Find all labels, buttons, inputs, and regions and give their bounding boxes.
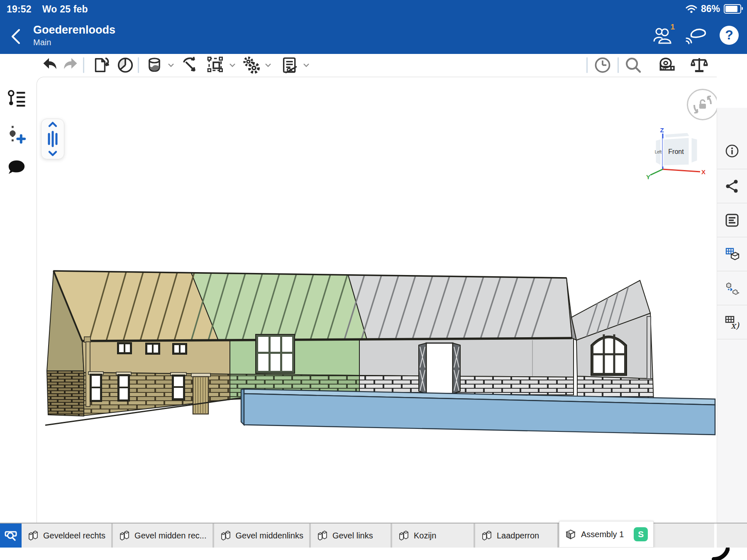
tab-label: Laadperron [497, 531, 539, 541]
content-area: Left Front Z Y X [0, 54, 747, 523]
tab-label: Kozijn [414, 531, 436, 541]
search-icon [624, 56, 642, 74]
part-studio-icon [317, 530, 328, 541]
tab-label: Gevel midden rec... [134, 531, 206, 541]
paint-bucket-icon [145, 56, 164, 74]
part-studio-icon [481, 530, 493, 541]
configurations-button[interactable] [717, 237, 747, 271]
instance-list-button[interactable] [7, 89, 27, 109]
insert-derived-button[interactable] [717, 271, 747, 305]
feature-panel-handle[interactable] [41, 119, 64, 159]
nav-bar: Goederenloods Main 1 [0, 18, 747, 54]
appearance-button[interactable] [145, 56, 164, 74]
configurations-icon [724, 246, 740, 263]
chevron-down-icon[interactable] [302, 61, 310, 69]
versions-button[interactable] [116, 56, 134, 74]
status-time-date: 19:52Wo 25 feb [7, 4, 88, 15]
nav-actions: 1 ? [652, 24, 740, 46]
toolbar-separator [83, 57, 84, 73]
measure-button[interactable] [657, 56, 675, 74]
svg-text:x): x) [731, 321, 740, 331]
right-sidebar: x) [717, 108, 747, 560]
chevron-down-icon[interactable] [264, 61, 272, 69]
comment-bubble-icon [7, 158, 27, 178]
history-button[interactable] [593, 56, 612, 74]
bom-edit-button[interactable] [281, 56, 299, 74]
tab-label: Gevel middenlinks [236, 531, 303, 541]
tab-bar-filler [654, 523, 714, 548]
insert-document-icon [92, 56, 110, 74]
home-area [0, 548, 747, 560]
tab-part-studio[interactable]: Geveldeel rechts [22, 523, 111, 548]
battery-fill [725, 6, 737, 12]
part-studio-icon [398, 530, 410, 541]
tab-part-studio[interactable]: Gevel midden rec... [113, 523, 212, 548]
back-button[interactable] [6, 26, 26, 47]
gears-icon [242, 56, 261, 74]
tab-assembly-active[interactable]: Assembly 1 S [559, 521, 654, 548]
share-button[interactable] [717, 169, 747, 203]
status-right: 86% [686, 3, 741, 15]
select-tools-button[interactable] [207, 56, 225, 74]
wall-gray [359, 338, 574, 377]
structure-list-button[interactable] [717, 203, 747, 237]
tab-part-studio[interactable]: Kozijn [392, 523, 474, 548]
left-rail [0, 54, 37, 523]
variables-icon: x) [724, 314, 740, 331]
tab-part-studio[interactable]: Laadperron [475, 523, 557, 548]
axis-x-label: X [701, 168, 706, 175]
viewport-3d[interactable]: Left Front Z Y X [37, 77, 717, 523]
date: Wo 25 feb [42, 4, 88, 15]
tab-label: Gevel links [332, 531, 373, 541]
info-button[interactable] [717, 133, 747, 169]
clock-icon [593, 56, 612, 74]
status-bar: 19:52Wo 25 feb 86% [0, 0, 747, 18]
create-version-button[interactable] [7, 124, 27, 144]
transform-button[interactable] [181, 56, 199, 74]
follow-mode-button[interactable] [685, 24, 707, 46]
help-icon: ? [718, 24, 740, 46]
tab-search-button[interactable] [0, 523, 22, 548]
rotation-lock-button[interactable] [687, 89, 717, 120]
share-icon [724, 178, 740, 195]
collaborators-button[interactable]: 1 [652, 24, 674, 46]
select-box-icon [207, 56, 225, 74]
assembly-toolbar [37, 54, 717, 77]
axis-z-label: Z [660, 128, 664, 134]
axis-x [663, 169, 700, 172]
axis-y-label: Y [646, 173, 650, 180]
workspace: Left Front Z Y X [37, 54, 717, 523]
view-cube[interactable]: Left Front Z Y X [646, 128, 717, 188]
tab-part-studio[interactable]: Gevel links [311, 523, 391, 548]
tab-bar: Geveldeel rechts Gevel midden rec... Gev… [0, 523, 747, 548]
search-button[interactable] [624, 56, 642, 74]
battery-percent: 86% [701, 3, 720, 15]
redo-button[interactable] [62, 56, 81, 74]
collaborators-count-badge: 1 [670, 22, 675, 32]
view-cube-front-label: Front [668, 148, 684, 155]
mass-properties-button[interactable] [690, 56, 708, 74]
tape-measure-icon [657, 56, 675, 74]
chevron-down-icon[interactable] [228, 61, 237, 69]
variables-button[interactable]: x) [717, 305, 747, 339]
assembly-tab-label: Assembly 1 [581, 530, 624, 539]
view-cube-left-label: Left [655, 150, 662, 154]
comments-button[interactable] [7, 158, 27, 178]
redo-icon [62, 56, 81, 74]
view-cube-right-face[interactable] [691, 137, 698, 163]
tab-label: Geveldeel rechts [43, 531, 105, 541]
assembly-tools-button[interactable] [242, 56, 261, 74]
help-button[interactable]: ? [718, 24, 740, 46]
toolbar-separator [618, 57, 619, 73]
workspace-name: Main [33, 37, 115, 48]
chevron-down-icon[interactable] [167, 61, 175, 69]
create-version-icon [7, 124, 27, 144]
insert-button[interactable] [92, 56, 110, 74]
goederenloods-model [37, 77, 717, 523]
structure-list-icon [724, 212, 740, 229]
undo-button[interactable] [40, 56, 58, 74]
toolbar-separator [586, 57, 588, 73]
back-chevron-icon [8, 27, 23, 46]
instance-list-icon [7, 89, 27, 109]
tab-part-studio[interactable]: Gevel middenlinks [214, 523, 309, 548]
